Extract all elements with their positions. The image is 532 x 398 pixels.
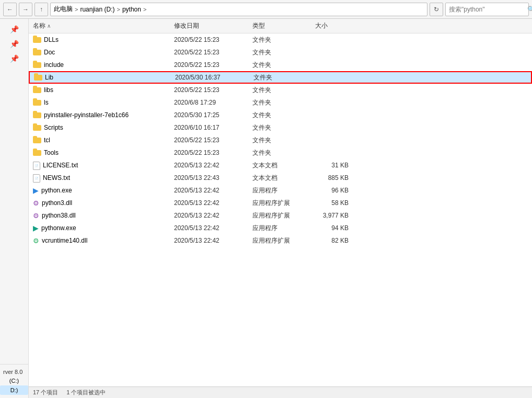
table-row[interactable]: tcl 2020/5/22 15:23 文件夹 (29, 134, 532, 146)
back-button[interactable]: ← (3, 3, 17, 16)
col-type-label: 类型 (252, 21, 265, 30)
file-type: 文件夹 (250, 61, 313, 70)
breadcrumb-sep-2: > (117, 6, 120, 13)
table-row[interactable]: Tools 2020/5/22 15:23 文件夹 (29, 146, 532, 159)
col-date-label: 修改日期 (174, 21, 199, 30)
file-date: 2020/5/22 15:23 (172, 149, 250, 156)
file-date: 2020/5/13 22:42 (172, 224, 250, 232)
breadcrumb-sep-3: > (143, 6, 146, 13)
table-row[interactable]: DLLs 2020/5/22 15:23 文件夹 (29, 33, 532, 46)
breadcrumb-folder[interactable]: python (122, 6, 141, 13)
table-row[interactable]: 📄 NEWS.txt 2020/5/13 22:43 文本文档 885 KB (29, 172, 532, 184)
file-type: 文件夹 (250, 136, 313, 145)
file-type: 应用程序扩展 (250, 211, 313, 220)
file-icon (33, 123, 41, 132)
drive-c[interactable]: (C:) (0, 376, 28, 385)
file-type: 应用程序 (250, 186, 313, 195)
file-name: NEWS.txt (43, 174, 70, 181)
file-icon: ⚙ (33, 237, 39, 245)
file-name-cell: Lib (32, 73, 173, 82)
file-name: python.exe (41, 187, 72, 194)
file-icon: ⚙ (33, 212, 39, 220)
file-name: python3.dll (42, 199, 72, 207)
col-header-type[interactable]: 类型 (250, 21, 313, 30)
file-type: 文本文档 (250, 161, 313, 170)
file-name-cell: DLLs (31, 36, 172, 44)
file-size: 58 KB (313, 199, 355, 207)
file-type: 文件夹 (250, 111, 313, 120)
file-name-cell: ls (31, 98, 172, 107)
file-icon (33, 36, 41, 44)
file-name-cell: 📄 NEWS.txt (31, 174, 172, 183)
file-name-cell: ⚙ vcruntime140.dll (31, 237, 172, 245)
col-size-label: 大小 (315, 21, 328, 30)
search-input[interactable] (449, 6, 527, 13)
file-date: 2020/5/13 22:42 (172, 199, 250, 207)
table-row[interactable]: 📄 LICENSE.txt 2020/5/13 22:42 文本文档 31 KB (29, 159, 532, 172)
file-name-cell: ▶ python.exe (31, 186, 172, 195)
file-name: python38.dll (42, 212, 76, 219)
table-row[interactable]: Lib 2020/5/30 16:37 文件夹 (29, 71, 532, 84)
sort-arrow-icon: ∧ (47, 23, 51, 29)
table-row[interactable]: include 2020/5/22 15:23 文件夹 (29, 59, 532, 71)
file-name-cell: libs (31, 86, 172, 95)
file-name: Doc (44, 49, 55, 56)
item-count: 17 个项目 (33, 389, 58, 396)
pin-button-2[interactable]: 📌 (6, 38, 22, 50)
file-icon (33, 48, 41, 57)
table-row[interactable]: ⚙ python38.dll 2020/5/13 22:42 应用程序扩展 3,… (29, 209, 532, 222)
file-size: 82 KB (313, 237, 355, 244)
file-date: 2020/5/22 15:23 (172, 36, 250, 43)
breadcrumb-drive[interactable]: ruanjian (D:) (80, 6, 114, 13)
col-name-label: 名称 (33, 21, 45, 30)
file-name-cell: 📄 LICENSE.txt (31, 161, 172, 170)
file-type: 应用程序扩展 (250, 199, 313, 208)
col-header-size[interactable]: 大小 (313, 21, 355, 30)
drive-d[interactable]: D:) (0, 385, 28, 395)
table-row[interactable]: ⚙ vcruntime140.dll 2020/5/13 22:42 应用程序扩… (29, 234, 532, 247)
address-bar: ← → ↑ 此电脑 > ruanjian (D:) > python > ↻ 🔍 (0, 0, 532, 19)
file-date: 2020/5/13 22:42 (172, 187, 250, 194)
table-row[interactable]: ▶ pythonw.exe 2020/5/13 22:42 应用程序 94 KB (29, 222, 532, 234)
file-name-cell: Doc (31, 48, 172, 57)
pin-button-1[interactable]: 📌 (6, 23, 22, 36)
file-date: 2020/5/13 22:42 (172, 212, 250, 219)
breadcrumb-computer[interactable]: 此电脑 (54, 5, 73, 14)
selected-info: 1 个项目被选中 (66, 389, 106, 396)
file-name-cell: Scripts (31, 123, 172, 132)
status-bar: 17 个项目 1 个项目被选中 (29, 386, 532, 398)
col-header-name[interactable]: 名称 ∧ (31, 21, 172, 30)
table-row[interactable]: libs 2020/5/22 15:23 文件夹 (29, 84, 532, 96)
file-name: ls (44, 99, 49, 106)
table-row[interactable]: ls 2020/6/8 17:29 文件夹 (29, 96, 532, 109)
file-date: 2020/5/30 17:25 (172, 111, 250, 119)
table-row[interactable]: pyinstaller-pyinstaller-7eb1c66 2020/5/3… (29, 109, 532, 121)
file-name: DLLs (44, 36, 59, 43)
file-icon (33, 149, 41, 157)
left-panel: 📌 📌 📌 rver 8.0 (C:) D:) (0, 19, 29, 398)
file-name: include (44, 61, 64, 69)
table-row[interactable]: Scripts 2020/6/10 16:17 文件夹 (29, 121, 532, 134)
file-icon: ⚙ (33, 199, 39, 207)
up-button[interactable]: ↑ (34, 3, 48, 16)
refresh-button[interactable]: ↻ (430, 3, 443, 16)
table-row[interactable]: Doc 2020/5/22 15:23 文件夹 (29, 46, 532, 59)
file-name: vcruntime140.dll (42, 237, 87, 244)
table-row[interactable]: ⚙ python3.dll 2020/5/13 22:42 应用程序扩展 58 … (29, 197, 532, 209)
file-name: libs (44, 86, 53, 94)
search-icon: 🔍 (527, 6, 532, 13)
pin-button-3[interactable]: 📌 (6, 52, 22, 65)
file-name-cell: ▶ pythonw.exe (31, 224, 172, 232)
search-box[interactable]: 🔍 (445, 3, 529, 16)
file-type: 文件夹 (251, 73, 314, 82)
file-type: 文件夹 (250, 36, 313, 44)
file-name: pythonw.exe (41, 224, 76, 232)
file-type: 文件夹 (250, 123, 313, 132)
file-date: 2020/5/22 15:23 (172, 86, 250, 94)
col-header-date[interactable]: 修改日期 (172, 21, 250, 30)
file-size: 94 KB (313, 224, 355, 232)
forward-button[interactable]: → (19, 3, 32, 16)
file-icon (33, 136, 41, 145)
table-row[interactable]: ▶ python.exe 2020/5/13 22:42 应用程序 96 KB (29, 184, 532, 197)
file-icon: 📄 (33, 161, 40, 170)
